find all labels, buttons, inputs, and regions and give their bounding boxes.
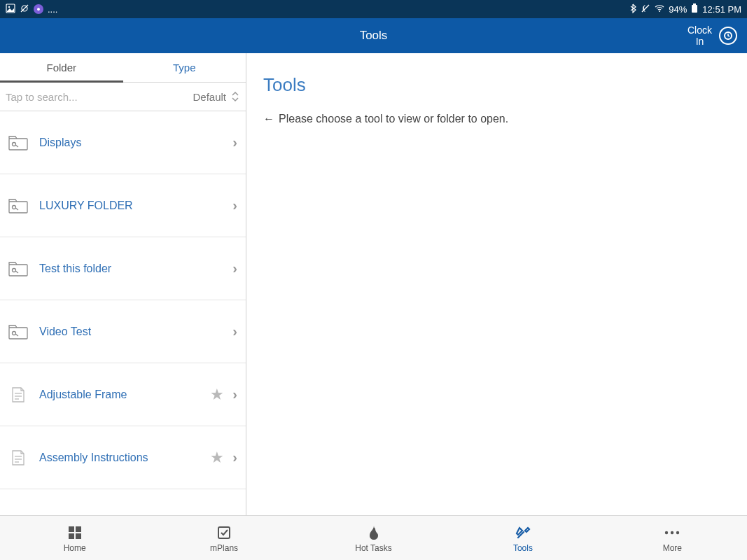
svg-rect-22 (69, 526, 74, 532)
chevron-right-icon: › (232, 386, 237, 402)
search-input[interactable] (6, 91, 193, 103)
status-dots: .... (48, 4, 57, 15)
folder-icon (8, 260, 28, 277)
folder-icon (8, 323, 28, 340)
detail-prompt-text: Please choose a tool to view or folder t… (279, 113, 508, 125)
left-pane: Folder Type Default Displays›LUXURY FOLD… (0, 53, 246, 515)
svg-rect-24 (69, 533, 74, 539)
svg-point-1 (8, 6, 10, 7)
sync-off-icon (20, 4, 29, 15)
more-icon (664, 524, 680, 542)
status-time: 12:51 PM (702, 4, 741, 15)
svg-rect-6 (693, 4, 696, 5)
tab-folder-label: Folder (46, 62, 76, 74)
folder-icon (8, 197, 28, 214)
clock-in-label: Clock In (687, 24, 712, 47)
nav-home[interactable]: Home (0, 516, 149, 560)
tab-type[interactable]: Type (123, 53, 246, 82)
tab-type-label: Type (173, 62, 196, 74)
list-item[interactable]: Displays› (0, 111, 246, 174)
svg-point-13 (13, 268, 16, 272)
list-item[interactable]: Video Test› (0, 300, 246, 363)
checkbox-icon (216, 524, 232, 542)
chevron-right-icon: › (232, 197, 237, 214)
app-badge-icon: ● (34, 4, 43, 14)
nav-tools[interactable]: Tools (448, 516, 597, 560)
battery-icon (691, 4, 698, 15)
arrow-left-icon: ← (263, 113, 274, 125)
chevron-right-icon: › (232, 449, 237, 465)
nav-hot-tasks-label: Hot Tasks (355, 543, 391, 553)
nav-more-label: More (663, 543, 682, 553)
star-icon[interactable]: ★ (210, 386, 224, 404)
detail-title: Tools (263, 74, 730, 96)
search-row: Default (0, 83, 246, 111)
list-item-label: Assembly Instructions (39, 451, 210, 464)
list-item-label: Test this folder (39, 262, 232, 275)
bottom-nav: Home mPlans Hot Tasks Tools More (0, 515, 747, 560)
nav-tools-label: Tools (513, 543, 533, 553)
list-item[interactable]: Adjustable Frame★› (0, 363, 246, 426)
svg-point-11 (13, 205, 16, 209)
svg-rect-26 (218, 527, 230, 538)
detail-prompt: ← Please choose a tool to view or folder… (263, 113, 730, 125)
chevron-right-icon: › (232, 260, 237, 276)
app-header: Tools Clock In (0, 18, 747, 53)
svg-point-15 (13, 331, 16, 335)
page-title: Tools (360, 29, 388, 43)
svg-point-29 (676, 531, 679, 533)
star-icon[interactable]: ★ (210, 449, 224, 467)
svg-point-9 (13, 142, 16, 146)
sort-chevron-icon[interactable] (230, 90, 240, 104)
list-item[interactable]: Test this folder› (0, 237, 246, 300)
list-item[interactable]: Assembly Instructions★› (0, 426, 246, 489)
mute-icon (641, 4, 650, 15)
detail-pane: Tools ← Please choose a tool to view or … (246, 53, 747, 515)
list-item-label: Displays (39, 136, 232, 149)
nav-more[interactable]: More (598, 516, 747, 560)
nav-home-label: Home (64, 543, 86, 553)
android-status-bar: ● .... 94% 12:51 PM (0, 0, 747, 18)
clock-in-button[interactable]: Clock In (687, 24, 747, 47)
nav-hot-tasks[interactable]: Hot Tasks (299, 516, 448, 560)
bluetooth-icon (629, 4, 636, 15)
svg-point-4 (659, 10, 660, 12)
list-item-label: LUXURY FOLDER (39, 200, 232, 212)
battery-pct: 94% (669, 4, 687, 15)
grid-icon (67, 524, 83, 542)
list-item[interactable]: LUXURY FOLDER› (0, 174, 246, 237)
clock-icon (719, 27, 737, 45)
svg-rect-25 (76, 533, 81, 539)
svg-point-27 (665, 531, 668, 533)
document-icon (8, 386, 28, 403)
wifi-icon (655, 4, 664, 15)
svg-rect-23 (76, 526, 81, 532)
view-tabs: Folder Type (0, 53, 246, 83)
flame-icon (367, 524, 381, 542)
nav-mplans-label: mPlans (210, 543, 238, 553)
chevron-right-icon: › (232, 134, 237, 150)
svg-rect-5 (692, 5, 697, 13)
image-icon (6, 4, 15, 15)
folder-icon (8, 134, 28, 151)
tool-list: Displays›LUXURY FOLDER›Test this folder›… (0, 111, 246, 515)
svg-point-28 (671, 531, 673, 533)
nav-mplans[interactable]: mPlans (149, 516, 298, 560)
document-icon (8, 449, 28, 466)
tools-icon (515, 524, 531, 542)
chevron-right-icon: › (232, 323, 237, 340)
list-item-label: Video Test (39, 326, 232, 338)
sort-button[interactable]: Default (193, 91, 226, 103)
list-item-label: Adjustable Frame (39, 388, 210, 401)
tab-folder[interactable]: Folder (0, 53, 123, 82)
